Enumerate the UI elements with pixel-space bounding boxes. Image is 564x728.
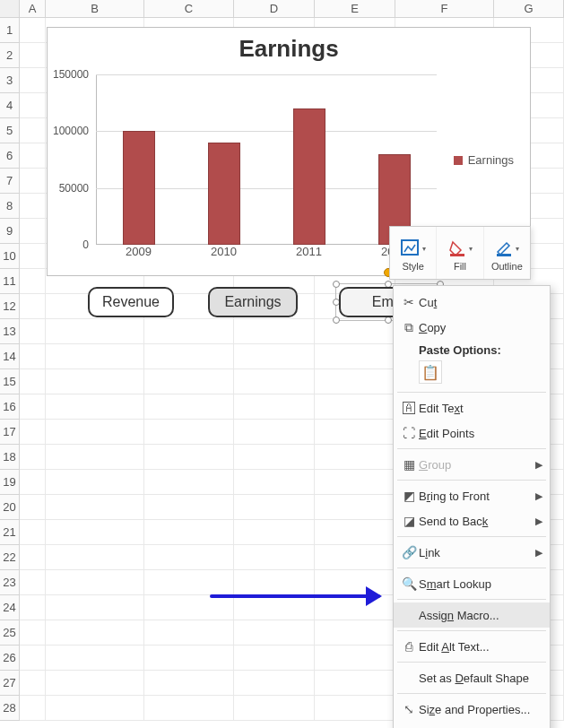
chart-legend[interactable]: Earnings	[454, 153, 514, 167]
cell[interactable]	[315, 620, 395, 646]
resize-handle[interactable]	[385, 316, 392, 324]
column-header[interactable]: G	[494, 0, 564, 18]
cell[interactable]	[20, 445, 46, 470]
row-header[interactable]: 24	[0, 595, 20, 620]
cell[interactable]	[20, 369, 46, 394]
cell[interactable]	[20, 43, 46, 68]
row-header[interactable]: 25	[0, 620, 20, 646]
cell[interactable]	[20, 269, 46, 294]
cell[interactable]	[144, 445, 234, 470]
cell[interactable]	[20, 118, 46, 143]
cell[interactable]	[234, 520, 315, 545]
cell[interactable]	[144, 520, 234, 545]
shape-earnings-button[interactable]: Earnings	[208, 287, 298, 317]
cell[interactable]	[46, 420, 144, 445]
cell[interactable]	[46, 319, 144, 344]
menu-set-default-shape[interactable]: Set as Default Shape	[394, 665, 550, 690]
row-header[interactable]: 15	[0, 369, 20, 394]
cell[interactable]	[46, 620, 144, 646]
cell[interactable]	[315, 369, 395, 394]
cell[interactable]	[315, 495, 395, 520]
row-header[interactable]: 11	[0, 269, 20, 294]
cell[interactable]	[46, 470, 144, 495]
cell[interactable]	[20, 93, 46, 118]
cell[interactable]	[234, 646, 315, 671]
row-header[interactable]: 8	[0, 194, 20, 219]
cell[interactable]	[144, 671, 234, 696]
cell[interactable]	[20, 169, 46, 194]
cell[interactable]	[234, 671, 315, 696]
row-header[interactable]: 10	[0, 244, 20, 269]
row-header[interactable]: 27	[0, 671, 20, 696]
resize-handle[interactable]	[333, 281, 340, 288]
cell[interactable]	[234, 696, 315, 721]
shape-revenue-button[interactable]: Revenue	[88, 287, 174, 317]
row-header[interactable]: 17	[0, 420, 20, 445]
cell[interactable]	[234, 470, 315, 495]
cell[interactable]	[315, 671, 395, 696]
menu-edit-alt-text[interactable]: ⎙ Edit Alt Text...	[394, 634, 550, 659]
column-header[interactable]: F	[395, 0, 494, 18]
cell[interactable]	[46, 646, 144, 671]
row-header[interactable]: 12	[0, 294, 20, 319]
menu-cut[interactable]: ✂ Cut	[394, 290, 550, 315]
cell[interactable]	[234, 394, 315, 420]
column-header[interactable]: B	[46, 0, 144, 18]
menu-assign-macro[interactable]: Assign Macro...	[394, 602, 550, 628]
cell[interactable]	[315, 470, 395, 495]
cell[interactable]	[20, 545, 46, 570]
cell[interactable]	[20, 244, 46, 269]
cell[interactable]	[234, 445, 315, 470]
cell[interactable]	[46, 671, 144, 696]
outline-dropdown[interactable]: ▾ Outline	[484, 227, 530, 279]
cell[interactable]	[46, 696, 144, 721]
cell[interactable]	[234, 420, 315, 445]
cell[interactable]	[234, 545, 315, 570]
cell[interactable]	[20, 595, 46, 620]
cell[interactable]	[315, 344, 395, 369]
cell[interactable]	[144, 545, 234, 570]
cell[interactable]	[144, 369, 234, 394]
cell[interactable]	[20, 420, 46, 445]
row-header[interactable]: 5	[0, 118, 20, 143]
row-header[interactable]: 28	[0, 696, 20, 721]
cell[interactable]	[315, 520, 395, 545]
cell[interactable]	[20, 194, 46, 219]
row-header[interactable]: 4	[0, 93, 20, 118]
cell[interactable]	[20, 570, 46, 595]
cell[interactable]	[234, 319, 315, 344]
cell[interactable]	[20, 495, 46, 520]
menu-edit-text[interactable]: 🄰 Edit Text	[394, 395, 550, 420]
cell[interactable]	[315, 646, 395, 671]
cell[interactable]	[20, 68, 46, 93]
cell[interactable]	[315, 696, 395, 721]
cell[interactable]	[144, 646, 234, 671]
cell[interactable]	[46, 344, 144, 369]
menu-edit-points[interactable]: ⛶ Edit Points	[394, 420, 550, 446]
menu-size-properties[interactable]: ⤡ Size and Properties...	[394, 697, 550, 722]
row-header[interactable]: 9	[0, 219, 20, 244]
cell[interactable]	[315, 420, 395, 445]
resize-handle[interactable]	[333, 316, 340, 324]
cell[interactable]	[20, 520, 46, 545]
row-header[interactable]: 18	[0, 445, 20, 470]
row-header[interactable]: 26	[0, 646, 20, 671]
row-header[interactable]: 22	[0, 545, 20, 570]
row-header[interactable]: 21	[0, 520, 20, 545]
cell[interactable]	[20, 671, 46, 696]
cell[interactable]	[46, 394, 144, 420]
cell[interactable]	[46, 520, 144, 545]
cell[interactable]	[144, 470, 234, 495]
select-all-corner[interactable]	[0, 0, 20, 18]
cell[interactable]	[144, 394, 234, 420]
menu-bring-to-front[interactable]: ◩ Bring to Front ▶	[394, 483, 550, 508]
cell[interactable]	[315, 445, 395, 470]
fill-dropdown[interactable]: ▾ Fill	[437, 227, 483, 279]
row-header[interactable]: 7	[0, 169, 20, 194]
column-header[interactable]: D	[234, 0, 315, 18]
cell[interactable]	[234, 344, 315, 369]
cell[interactable]	[20, 219, 46, 244]
cell[interactable]	[144, 495, 234, 520]
column-header[interactable]: C	[144, 0, 234, 18]
cell[interactable]	[144, 420, 234, 445]
